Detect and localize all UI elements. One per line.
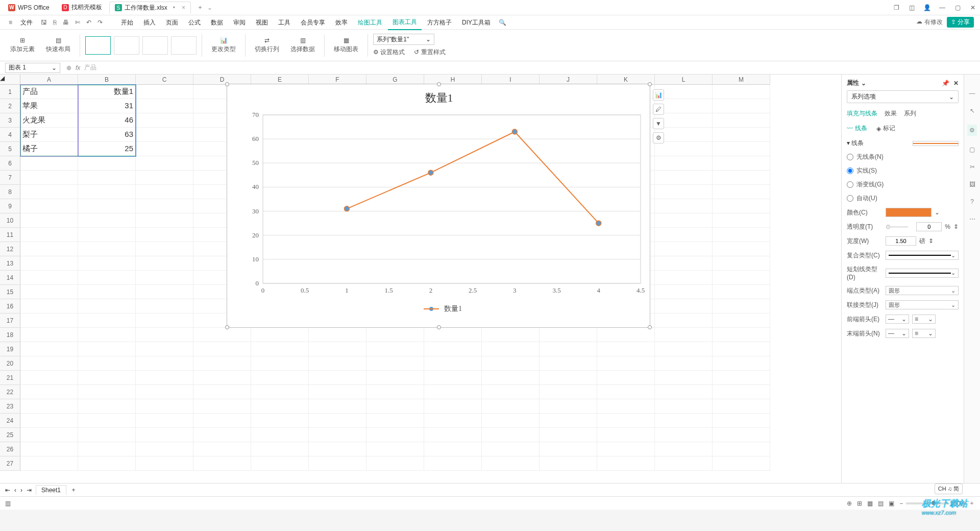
row-header[interactable]: 24 — [0, 414, 20, 428]
cell[interactable]: 橘子 — [20, 142, 78, 156]
cell[interactable] — [424, 328, 482, 342]
cell[interactable] — [424, 456, 482, 471]
more-icon[interactable]: ⋯ — [969, 215, 975, 223]
save-icon[interactable]: 🖫 — [38, 19, 50, 26]
cell[interactable] — [713, 328, 770, 342]
view-page-icon[interactable]: ▤ — [878, 500, 884, 507]
cell[interactable] — [424, 399, 482, 414]
row-header[interactable]: 5 — [0, 142, 20, 156]
cell[interactable] — [713, 228, 770, 242]
cell[interactable] — [78, 342, 136, 356]
cell[interactable] — [482, 385, 540, 399]
cell[interactable] — [713, 213, 770, 228]
cell[interactable] — [78, 399, 136, 414]
chart-style-2[interactable] — [114, 36, 139, 55]
cell[interactable] — [309, 342, 366, 356]
cell[interactable] — [366, 356, 424, 371]
cell[interactable] — [597, 342, 655, 356]
cell[interactable] — [20, 256, 78, 271]
set-format-button[interactable]: ⚙ 设置格式 — [373, 48, 405, 57]
row-header[interactable]: 12 — [0, 242, 20, 256]
new-tab-button[interactable]: ＋ — [193, 3, 207, 12]
cell[interactable] — [482, 414, 540, 428]
cell[interactable] — [597, 371, 655, 385]
cell[interactable] — [20, 414, 78, 428]
resize-handle[interactable] — [225, 82, 229, 86]
cell[interactable] — [78, 356, 136, 371]
window-maximize-icon[interactable]: ▢ — [953, 4, 962, 11]
radio-noline[interactable] — [847, 154, 853, 160]
cell[interactable] — [20, 356, 78, 371]
chart-filter-icon[interactable]: ▼ — [653, 118, 664, 129]
cell[interactable] — [78, 185, 136, 199]
row-header[interactable]: 6 — [0, 156, 20, 171]
cell[interactable] — [655, 414, 713, 428]
cell[interactable] — [251, 328, 309, 342]
cell[interactable] — [20, 299, 78, 313]
cell[interactable] — [136, 356, 193, 371]
cell[interactable] — [251, 342, 309, 356]
resize-handle[interactable] — [437, 325, 441, 329]
cell[interactable] — [309, 456, 366, 471]
cell[interactable] — [424, 385, 482, 399]
row-header[interactable]: 8 — [0, 185, 20, 199]
cell[interactable] — [713, 442, 770, 456]
cell[interactable] — [540, 385, 597, 399]
row-header[interactable]: 25 — [0, 428, 20, 442]
cell[interactable] — [136, 128, 193, 142]
cell[interactable] — [482, 442, 540, 456]
begin-arrow-dropdown[interactable]: —⌄ — [886, 315, 909, 324]
cell[interactable] — [20, 328, 78, 342]
cell[interactable] — [713, 414, 770, 428]
cell[interactable] — [655, 213, 713, 228]
cell[interactable] — [713, 142, 770, 156]
undo-icon[interactable]: ↶ — [84, 19, 94, 26]
cell[interactable] — [193, 428, 251, 442]
menu-diy[interactable]: DIY工具箱 — [457, 15, 495, 30]
end-arrow-dropdown[interactable]: —⌄ — [886, 329, 909, 338]
cell[interactable] — [597, 399, 655, 414]
prev-sheet-icon[interactable]: ‹ — [14, 487, 16, 494]
avatar-icon[interactable]: 👤 — [923, 4, 931, 11]
cell[interactable] — [655, 328, 713, 342]
cell[interactable] — [251, 356, 309, 371]
status-icon[interactable]: ▥ — [5, 500, 11, 507]
tab-effect[interactable]: 效果 — [885, 109, 897, 118]
cell[interactable] — [78, 271, 136, 285]
settings-icon[interactable]: ⚙ — [967, 125, 977, 136]
subtab-line[interactable]: 〰线条 — [847, 124, 867, 133]
cell[interactable] — [78, 199, 136, 213]
cell[interactable] — [78, 242, 136, 256]
cell[interactable] — [136, 456, 193, 471]
cell[interactable] — [424, 414, 482, 428]
chart-style-1[interactable] — [85, 36, 111, 55]
cell[interactable] — [309, 356, 366, 371]
dash-dropdown[interactable]: ⌄ — [886, 269, 959, 278]
end-arrow-size-dropdown[interactable]: ≡⌄ — [912, 329, 936, 338]
cell[interactable] — [713, 242, 770, 256]
last-sheet-icon[interactable]: ⇥ — [27, 487, 32, 494]
cell[interactable] — [136, 85, 193, 99]
cell[interactable] — [309, 442, 366, 456]
cell[interactable] — [713, 113, 770, 128]
cell[interactable] — [193, 385, 251, 399]
add-element-button[interactable]: ⊞添加元素 — [6, 37, 39, 54]
cell[interactable] — [193, 371, 251, 385]
cell[interactable] — [482, 399, 540, 414]
cell[interactable] — [655, 256, 713, 271]
cell[interactable] — [20, 399, 78, 414]
spreadsheet-grid[interactable]: ◢ ABCDEFGHIJKLM 123456789101112131415161… — [0, 75, 841, 483]
row-header[interactable]: 22 — [0, 385, 20, 399]
cell[interactable] — [655, 456, 713, 471]
cell[interactable] — [251, 442, 309, 456]
cell[interactable] — [78, 428, 136, 442]
col-header[interactable]: G — [366, 75, 424, 85]
swap-rowcol-button[interactable]: ⇄切换行列 — [251, 37, 283, 54]
chart-style-4[interactable] — [171, 36, 197, 55]
menu-data[interactable]: 数据 — [206, 15, 228, 30]
cell[interactable]: 31 — [78, 99, 136, 113]
cell[interactable] — [136, 428, 193, 442]
cell[interactable] — [713, 342, 770, 356]
row-header[interactable]: 17 — [0, 313, 20, 328]
cell[interactable] — [20, 171, 78, 185]
